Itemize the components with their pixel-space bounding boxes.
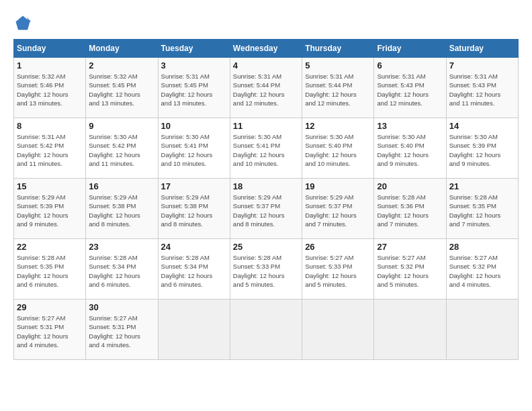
calendar-cell: 18 Sunrise: 5:29 AM Sunset: 5:37 PM Dayl…: [230, 179, 302, 239]
calendar-cell: 22 Sunrise: 5:28 AM Sunset: 5:35 PM Dayl…: [14, 239, 86, 300]
calendar-week-1: 1 Sunrise: 5:32 AM Sunset: 5:46 PM Dayli…: [14, 58, 519, 118]
weekday-header-sunday: Sunday: [14, 40, 86, 58]
day-info: Sunrise: 5:31 AM Sunset: 5:44 PM Dayligh…: [305, 72, 371, 107]
day-number: 22: [17, 242, 83, 252]
day-info: Sunrise: 5:29 AM Sunset: 5:38 PM Dayligh…: [89, 193, 154, 228]
calendar-cell: [158, 300, 230, 360]
day-number: 14: [449, 121, 515, 131]
day-info: Sunrise: 5:29 AM Sunset: 5:37 PM Dayligh…: [233, 193, 299, 228]
calendar-cell: 1 Sunrise: 5:32 AM Sunset: 5:46 PM Dayli…: [14, 58, 86, 118]
logo-icon: [13, 13, 32, 32]
day-number: 8: [17, 121, 83, 131]
day-number: 7: [449, 60, 515, 71]
calendar-cell: 4 Sunrise: 5:31 AM Sunset: 5:44 PM Dayli…: [230, 58, 302, 118]
day-info: Sunrise: 5:28 AM Sunset: 5:33 PM Dayligh…: [233, 253, 299, 289]
calendar-cell: [374, 300, 446, 360]
calendar-cell: 12 Sunrise: 5:30 AM Sunset: 5:40 PM Dayl…: [302, 118, 374, 179]
day-info: Sunrise: 5:28 AM Sunset: 5:35 PM Dayligh…: [17, 253, 83, 289]
day-number: 3: [161, 60, 227, 71]
day-number: 11: [233, 121, 299, 131]
weekday-header-thursday: Thursday: [302, 40, 374, 58]
calendar-cell: 13 Sunrise: 5:30 AM Sunset: 5:40 PM Dayl…: [374, 118, 446, 179]
calendar-week-4: 22 Sunrise: 5:28 AM Sunset: 5:35 PM Dayl…: [14, 239, 519, 300]
day-info: Sunrise: 5:27 AM Sunset: 5:32 PM Dayligh…: [377, 253, 443, 289]
calendar-week-3: 15 Sunrise: 5:29 AM Sunset: 5:39 PM Dayl…: [14, 179, 519, 239]
calendar-week-5: 29 Sunrise: 5:27 AM Sunset: 5:31 PM Dayl…: [14, 300, 519, 360]
calendar-cell: 14 Sunrise: 5:30 AM Sunset: 5:39 PM Dayl…: [446, 118, 518, 179]
calendar-cell: 29 Sunrise: 5:27 AM Sunset: 5:31 PM Dayl…: [14, 300, 86, 360]
day-number: 23: [89, 242, 154, 252]
calendar-cell: 15 Sunrise: 5:29 AM Sunset: 5:39 PM Dayl…: [14, 179, 86, 239]
day-number: 6: [377, 60, 443, 71]
day-info: Sunrise: 5:30 AM Sunset: 5:39 PM Dayligh…: [449, 132, 515, 168]
day-info: Sunrise: 5:31 AM Sunset: 5:43 PM Dayligh…: [449, 72, 515, 107]
day-number: 4: [233, 60, 299, 71]
day-info: Sunrise: 5:28 AM Sunset: 5:35 PM Dayligh…: [449, 193, 515, 228]
day-number: 29: [17, 302, 83, 312]
day-number: 25: [233, 242, 299, 252]
day-info: Sunrise: 5:31 AM Sunset: 5:42 PM Dayligh…: [17, 132, 83, 168]
calendar-table: SundayMondayTuesdayWednesdayThursdayFrid…: [13, 39, 519, 360]
weekday-header-friday: Friday: [374, 40, 446, 58]
day-number: 16: [89, 181, 154, 191]
day-info: Sunrise: 5:31 AM Sunset: 5:45 PM Dayligh…: [161, 72, 227, 107]
day-info: Sunrise: 5:27 AM Sunset: 5:33 PM Dayligh…: [305, 253, 371, 289]
calendar-cell: 10 Sunrise: 5:30 AM Sunset: 5:41 PM Dayl…: [158, 118, 230, 179]
calendar-cell: 5 Sunrise: 5:31 AM Sunset: 5:44 PM Dayli…: [302, 58, 374, 118]
day-number: 21: [449, 181, 515, 191]
day-number: 30: [89, 302, 154, 312]
day-info: Sunrise: 5:30 AM Sunset: 5:40 PM Dayligh…: [377, 132, 443, 168]
calendar-cell: 11 Sunrise: 5:30 AM Sunset: 5:41 PM Dayl…: [230, 118, 302, 179]
calendar-cell: 21 Sunrise: 5:28 AM Sunset: 5:35 PM Dayl…: [446, 179, 518, 239]
day-number: 19: [305, 181, 371, 191]
calendar-cell: 3 Sunrise: 5:31 AM Sunset: 5:45 PM Dayli…: [158, 58, 230, 118]
day-number: 10: [161, 121, 227, 131]
day-number: 2: [89, 60, 154, 71]
calendar-cell: [302, 300, 374, 360]
calendar-cell: 27 Sunrise: 5:27 AM Sunset: 5:32 PM Dayl…: [374, 239, 446, 300]
day-info: Sunrise: 5:31 AM Sunset: 5:44 PM Dayligh…: [233, 72, 299, 107]
day-number: 13: [377, 121, 443, 131]
header: [13, 13, 519, 32]
day-info: Sunrise: 5:29 AM Sunset: 5:39 PM Dayligh…: [17, 193, 83, 228]
day-info: Sunrise: 5:30 AM Sunset: 5:41 PM Dayligh…: [233, 132, 299, 168]
calendar-cell: 26 Sunrise: 5:27 AM Sunset: 5:33 PM Dayl…: [302, 239, 374, 300]
day-number: 15: [17, 181, 83, 191]
calendar-cell: 8 Sunrise: 5:31 AM Sunset: 5:42 PM Dayli…: [14, 118, 86, 179]
weekday-header-saturday: Saturday: [446, 40, 518, 58]
calendar-cell: 30 Sunrise: 5:27 AM Sunset: 5:31 PM Dayl…: [86, 300, 158, 360]
calendar-cell: [230, 300, 302, 360]
day-info: Sunrise: 5:27 AM Sunset: 5:32 PM Dayligh…: [449, 253, 515, 289]
calendar-cell: 6 Sunrise: 5:31 AM Sunset: 5:43 PM Dayli…: [374, 58, 446, 118]
day-info: Sunrise: 5:27 AM Sunset: 5:31 PM Dayligh…: [17, 314, 83, 349]
calendar-cell: 24 Sunrise: 5:28 AM Sunset: 5:34 PM Dayl…: [158, 239, 230, 300]
day-number: 26: [305, 242, 371, 252]
logo: [13, 13, 35, 32]
day-info: Sunrise: 5:28 AM Sunset: 5:36 PM Dayligh…: [377, 193, 443, 228]
day-number: 9: [89, 121, 154, 131]
day-number: 5: [305, 60, 371, 71]
calendar-cell: 17 Sunrise: 5:29 AM Sunset: 5:38 PM Dayl…: [158, 179, 230, 239]
calendar-cell: 20 Sunrise: 5:28 AM Sunset: 5:36 PM Dayl…: [374, 179, 446, 239]
day-info: Sunrise: 5:29 AM Sunset: 5:37 PM Dayligh…: [305, 193, 371, 228]
day-info: Sunrise: 5:30 AM Sunset: 5:42 PM Dayligh…: [89, 132, 154, 168]
calendar-week-2: 8 Sunrise: 5:31 AM Sunset: 5:42 PM Dayli…: [14, 118, 519, 179]
svg-marker-0: [16, 16, 30, 30]
day-number: 24: [161, 242, 227, 252]
day-info: Sunrise: 5:27 AM Sunset: 5:31 PM Dayligh…: [89, 314, 154, 349]
day-number: 20: [377, 181, 443, 191]
weekday-header-tuesday: Tuesday: [158, 40, 230, 58]
day-info: Sunrise: 5:28 AM Sunset: 5:34 PM Dayligh…: [89, 253, 154, 289]
calendar-cell: 19 Sunrise: 5:29 AM Sunset: 5:37 PM Dayl…: [302, 179, 374, 239]
calendar-cell: 2 Sunrise: 5:32 AM Sunset: 5:45 PM Dayli…: [86, 58, 158, 118]
calendar-cell: 25 Sunrise: 5:28 AM Sunset: 5:33 PM Dayl…: [230, 239, 302, 300]
day-number: 27: [377, 242, 443, 252]
day-info: Sunrise: 5:28 AM Sunset: 5:34 PM Dayligh…: [161, 253, 227, 289]
calendar-cell: 9 Sunrise: 5:30 AM Sunset: 5:42 PM Dayli…: [86, 118, 158, 179]
weekday-header-wednesday: Wednesday: [230, 40, 302, 58]
calendar-cell: 7 Sunrise: 5:31 AM Sunset: 5:43 PM Dayli…: [446, 58, 518, 118]
day-number: 1: [17, 60, 83, 71]
day-info: Sunrise: 5:30 AM Sunset: 5:40 PM Dayligh…: [305, 132, 371, 168]
calendar-cell: 23 Sunrise: 5:28 AM Sunset: 5:34 PM Dayl…: [86, 239, 158, 300]
day-number: 12: [305, 121, 371, 131]
